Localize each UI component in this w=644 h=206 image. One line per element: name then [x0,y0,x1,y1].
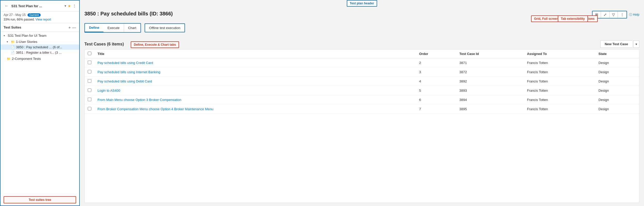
back-button[interactable]: ← [4,3,10,9]
stats-text: 33% run, 66% passed. [4,18,35,21]
main-tabs-group: Define Execute Chart [84,23,141,33]
sidebar-more-icon[interactable]: ⋮ [73,4,76,8]
sidebar-dates: Apr 27 - May 15 Current [4,13,76,17]
row-checkbox-0[interactable] [88,61,91,64]
row-test-case-id: 3894 [456,95,524,105]
row-order: 7 [416,105,456,114]
row-checkbox-3[interactable] [88,88,91,92]
page-title: 3850 : Pay scheduled bills (ID: 3866) [84,11,592,17]
tree-group1-item[interactable]: ▾ 📁 1-User Stories [1,39,79,44]
test-cases-table: Title Order Test Case Id Assigned To Sta… [85,50,639,114]
collapse-suite-button[interactable]: — [72,25,76,30]
tab-define[interactable]: Define [85,24,103,32]
row-title: Pay scheduled bills using Debit Card [94,77,416,86]
new-test-case-dropdown-button[interactable]: ▾ [633,41,639,48]
row-checkbox-1[interactable] [88,70,91,73]
main-content: Test plan header Grid, Full screen, Filt… [80,0,644,206]
select-all-checkbox[interactable] [88,52,91,55]
filter-button[interactable]: ▽ [610,11,618,18]
row-checkbox-4[interactable] [88,98,91,101]
add-suite-button[interactable]: + [68,25,71,30]
row-title: Login to AS400 [94,86,416,95]
row-checkbox-cell [85,68,94,77]
tab-extensibility-annotation: Tab extensibility [558,15,588,22]
tab-offline[interactable]: Offline test execution [145,23,185,32]
row-title-link[interactable]: Pay scheduled bills using Debit Card [98,79,152,83]
col-test-case-id: Test Case Id [456,50,524,58]
folder-icon-2: 📁 [7,57,11,61]
table-row: Login to AS400 5 3893 Francis Totten Des… [85,86,639,95]
row-state: Design [595,68,639,77]
current-badge: Current [28,13,40,17]
row-title-link[interactable]: Login to AS400 [98,89,120,92]
table-row: From Main Menu choose Option 3 Broker Co… [85,95,639,105]
row-test-case-id: 3871 [456,58,524,68]
toolbar-right: New Test Case ▾ [600,40,639,48]
row-state: Design [595,86,639,95]
col-assigned-to: Assigned To [524,50,595,58]
sidebar-star-icon[interactable]: ★ [68,4,71,8]
test-cases-table-container: Title Order Test Case Id Assigned To Sta… [84,49,639,203]
row-test-case-id: 3895 [456,105,524,114]
tree-group1-label: 1-User Stories [16,40,76,44]
tree-group2-item[interactable]: 📁 2-Component Tests [1,56,79,61]
test-suite-icon-2: 📄 [11,51,15,54]
tab-execute[interactable]: Execute [103,24,124,32]
sidebar-title: S31 Test Plan for ... [11,4,63,8]
sidebar-meta: Apr 27 - May 15 Current 33% run, 66% pas… [1,12,79,23]
new-test-case-button[interactable]: New Test Case [600,40,632,48]
tree-item-3850[interactable]: 📄 3850 : Pay scheduled ... (6 of... [1,44,79,50]
select-all-header [85,50,94,58]
row-assigned-to: Francis Totten [524,58,595,68]
help-icon: ⓘ [629,13,632,17]
folder-icon: 📁 [11,40,15,44]
tree-item-3850-label: 3850 : Pay scheduled ... (6 of... [16,45,76,49]
row-checkbox-5[interactable] [88,107,91,110]
sidebar-header: ← S31 Test Plan for ... ▾ ★ ⋮ [1,1,79,12]
row-test-case-id: 3893 [456,86,524,95]
row-checkbox-cell [85,58,94,68]
tabs-and-controls: Define Execute Chart Offline test execut… [84,23,639,33]
test-suites-header: Test Suites + — [1,23,79,32]
row-state: Design [595,95,639,105]
row-test-case-id: 3892 [456,77,524,86]
row-state: Design [595,77,639,86]
view-report-link[interactable]: View report [36,18,51,21]
fullscreen-button[interactable]: ⤢ [601,11,610,18]
row-title-link[interactable]: From Broker Compensation Menu choose Opt… [98,107,213,111]
sidebar-annotation: Test suites tree [4,196,76,203]
row-title: From Main Menu choose Option 3 Broker Co… [94,95,416,105]
table-row: From Broker Compensation Menu choose Opt… [85,105,639,114]
row-order: 2 [416,58,456,68]
tree-item-3851[interactable]: 📄 3851 : Register a biller t... (3 ... [1,50,79,55]
row-assigned-to: Francis Totten [524,105,595,114]
row-title-link[interactable]: Pay scheduled bills using Credit Card [98,61,153,65]
test-cases-count: Test Cases (6 items) [84,42,124,46]
tree-root-item[interactable]: ▾ S31 Test Plan for UI Team [1,33,79,38]
sidebar-stats: 33% run, 66% passed. View report [4,18,76,21]
table-row: Pay scheduled bills using Debit Card 4 3… [85,77,639,86]
row-order: 5 [416,86,456,95]
tree-group2-label: 2-Component Tests [12,57,76,61]
row-test-case-id: 3872 [456,68,524,77]
row-title-link[interactable]: Pay scheduled bills using Internet Banki… [98,70,160,74]
row-title-link[interactable]: From Main Menu choose Option 3 Broker Co… [98,98,181,102]
tree-root-chevron: ▾ [4,34,7,37]
tree-item-3851-label: 3851 : Register a biller t... (3 ... [16,51,76,54]
row-checkbox-cell [85,86,94,95]
row-title: Pay scheduled bills using Internet Banki… [94,68,416,77]
column-options-button[interactable]: ⋮ [618,11,627,18]
tree-group1-chevron: ▾ [7,40,10,43]
row-state: Design [595,105,639,114]
row-checkbox-cell [85,105,94,114]
help-label: Help [633,13,639,16]
help-link[interactable]: ⓘ Help [629,13,639,17]
row-assigned-to: Francis Totten [524,86,595,95]
row-checkbox-2[interactable] [88,79,91,83]
sidebar-chevron-icon[interactable]: ▾ [65,4,66,8]
header-right: ⊞ ⤢ ▽ ⋮ ⓘ Help [592,11,639,18]
col-state: State [595,50,639,58]
row-state: Design [595,58,639,68]
tab-chart[interactable]: Chart [124,24,140,32]
row-assigned-to: Francis Totten [524,77,595,86]
